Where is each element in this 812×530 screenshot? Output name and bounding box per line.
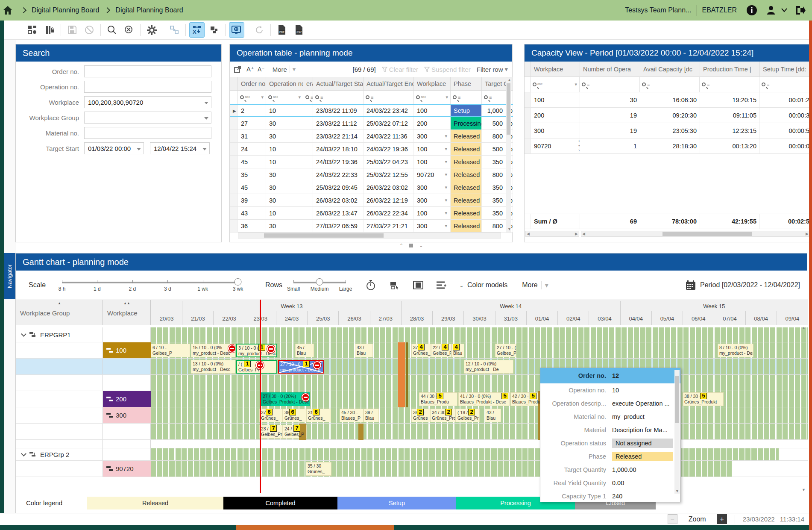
qty-cell[interactable]: 350 [482,181,506,194]
workplace-cell[interactable]: 90720▾ [414,168,451,181]
gantt-bar[interactable]: 37 / 0Grünes_6 [259,409,283,422]
operation-no-cell[interactable]: 30 [266,220,303,232]
order-no-cell[interactable]: 43 [238,207,266,219]
start-cell[interactable]: 24/03/22 19:36 [313,156,363,168]
table-row[interactable]: 353024/03/22 22:3325/03/22 12:5590720▾Re… [230,168,513,181]
gantt-bar[interactable]: 36 / 0Grünes2 [411,409,430,422]
filter-cell[interactable] [230,91,238,104]
gantt-bar[interactable]: 41 / 30 - 0 (0%)Blaues_Produkt - Desc5 [458,392,510,406]
tooltip-scrollbar[interactable]: ▼ [674,370,680,494]
qty-cell[interactable]: 350 [482,207,506,219]
filter-cell[interactable]: ≡ [303,91,313,104]
operation-no-cell[interactable]: 30 [266,194,303,206]
cut-icon[interactable] [167,23,182,37]
phase-cell[interactable]: Released [451,207,482,219]
workplace-label-300[interactable]: 300 [103,407,151,423]
home-icon[interactable] [0,6,15,15]
end-cell[interactable]: 26/03/22 22:34 [363,207,414,219]
operation-no-cell[interactable]: 10 [266,207,303,219]
gantt-col-workplace[interactable]: ▲▲Workplace [103,300,151,326]
layout-icon[interactable] [25,23,40,37]
table-row[interactable]: 453025/03/22 09:4526/03/22 03:02300▾Rele… [230,181,513,194]
phase-cell[interactable]: Released [451,156,482,168]
gantt-bar[interactable]: 27 / 30 - 0 (20%)Gelbes_Produkt - Descri… [261,392,310,406]
end-cell[interactable]: 24/03/22 23:42 [363,105,414,116]
table-row[interactable]: 273023/03/22 11:1225/03/22 07:12200Proce… [230,117,513,130]
capacity-col-header[interactable]: Setup Time [dd: [760,62,812,77]
gantt-bar[interactable]: ( 18 / (Gelbes_Pr2 [456,409,480,422]
gantt-bar[interactable]: 22 /Gelbes_P4 [431,344,451,357]
gantt-bar[interactable]: 23 / (Gelbes_Pr7 [259,425,283,439]
gear-icon[interactable] [144,23,159,37]
operation-no-cell[interactable]: 30 [266,130,303,142]
end-cell[interactable]: 25/03/22 12:55 [363,168,414,181]
group-label[interactable]: ERPGrp 2 [22,448,69,460]
order-no-cell[interactable]: 2 [238,105,266,116]
table-row[interactable]: 90720128:18:3000:13:2000:00:0 [525,138,812,154]
capacity-col-header[interactable]: Avail Capacity [dc [640,62,700,77]
color-models-chevron-icon[interactable]: ⌄ [459,282,464,289]
op-col-header[interactable]: Order no. [238,77,266,90]
gantt-col-workplace-group[interactable]: ▲Workplace Group [16,300,103,326]
phase-cell[interactable]: Released [451,130,482,142]
day-header[interactable]: 29/03 [432,311,463,326]
day-header[interactable]: 04/04 [620,311,651,326]
capacity-col-header[interactable]: Number of Opera [580,62,640,77]
move-operation-icon[interactable]: X [190,23,204,37]
slider-knob[interactable] [235,278,242,286]
gantt-bar[interactable]: 24 / -Gelbes_P7 [283,425,307,439]
day-header[interactable]: 22/03 [213,311,244,326]
refresh-icon[interactable] [252,23,267,37]
end-cell[interactable]: 24/03/22 11:36 [363,130,414,142]
day-header[interactable]: 30/03 [463,311,495,326]
save-icon[interactable] [65,23,79,37]
filter-row-dropdown-icon[interactable]: ▾ [504,65,508,73]
csv-export-icon[interactable]: CSV [292,23,306,37]
gantt-bar[interactable]: 43 /Blau [485,409,501,422]
start-cell[interactable]: 27/03/22 06:59 [313,220,363,232]
order-no-cell[interactable]: 36 [238,220,266,232]
capacity-left-hscrollbar[interactable]: ◀▶ [525,231,579,237]
operation-no-cell[interactable]: 10 [266,143,303,155]
monitor-plan-icon[interactable] [229,23,244,37]
color-models-button[interactable]: Color models [467,281,507,289]
cut-cell[interactable] [303,156,313,168]
cut-cell[interactable] [303,168,313,181]
phase-cell[interactable]: Setup [451,105,482,116]
filter-cell[interactable] [525,77,531,92]
operation-no-cell[interactable]: 30 [266,117,303,130]
op-col-header[interactable]: Workplace [414,77,451,90]
qty-cell[interactable]: 800 [482,130,506,142]
workplace-label-100[interactable]: 100 [103,342,151,358]
op-col-header[interactable]: Operation no. [266,77,303,90]
phase-cell[interactable]: Released [451,194,482,206]
filter-cell[interactable]: ≡ [363,91,414,104]
gantt-bar[interactable]: 43 /Blau [355,344,373,357]
chevron-down-icon[interactable] [21,451,26,456]
chevron-down-icon[interactable] [21,331,26,337]
order-no-cell[interactable]: 45 [238,181,266,194]
day-header[interactable]: 28/03 [401,311,432,326]
filter-cell[interactable]: ≡ [313,91,363,104]
operation-no-cell[interactable]: 10 [266,105,303,116]
gantt-bar[interactable]: 38 / 0Grünes_6 [283,409,306,422]
order-no-cell[interactable]: 31 [238,130,266,142]
splitter-handle[interactable] [409,244,413,247]
workplace-cell[interactable]: 300▾ [414,220,451,232]
target-start-from-input[interactable]: 01/03/22 00:00 [84,142,144,154]
gantt-more-dropdown-icon[interactable]: ▾ [541,281,548,289]
gantt-period[interactable]: Period [02/03/2022 - 12/04/2022] [700,281,800,289]
gantt-bar[interactable]: 12 / 10 - 0 (0%)my_product - De [464,360,513,374]
gantt-bar[interactable]: 13 / 10 - 0 (0%)my_product - Desc [191,360,235,374]
logout-icon[interactable] [795,5,806,15]
gantt-bar[interactable]: 3 / 10 - 0 (my_product - Descri1 [236,344,277,357]
scale-slider[interactable]: 8 h1 d2 d3 d1 wk3 wk [62,277,238,294]
filter-cell[interactable]: ᵃᵇᶜ▾ [266,91,303,104]
cut-cell[interactable] [303,194,313,206]
start-cell[interactable]: 23/03/22 11:09 [313,105,363,116]
qty-cell[interactable]: 800 [482,168,506,181]
start-cell[interactable]: 23/03/22 11:12 [313,117,363,130]
navigator-tab[interactable]: Navigator [4,253,15,299]
phase-cell[interactable]: Released [451,181,482,194]
operation-no-cell[interactable]: 10 [266,156,303,168]
